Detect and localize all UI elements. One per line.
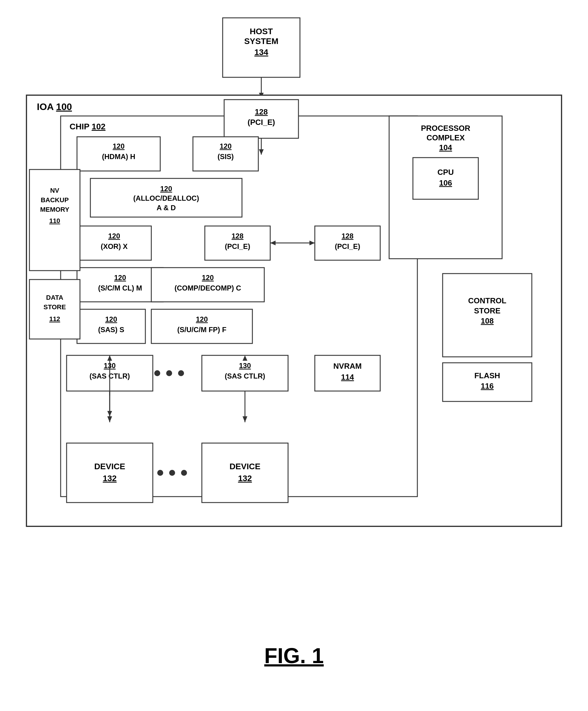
svg-rect-8 (61, 116, 417, 497)
svg-text:134: 134 (255, 48, 268, 57)
svg-marker-85 (107, 411, 112, 416)
svg-rect-97 (202, 443, 288, 502)
svg-text:128: 128 (232, 232, 243, 240)
svg-text:SYSTEM: SYSTEM (244, 37, 278, 46)
svg-rect-40 (151, 267, 264, 302)
svg-text:120: 120 (160, 185, 172, 193)
svg-text:NV: NV (50, 187, 60, 194)
diagram-area: HOST SYSTEM 134 IOA 100 CHIP 102 128 (PC… (18, 12, 570, 681)
svg-text:132: 132 (103, 474, 117, 483)
svg-point-56 (166, 370, 172, 376)
svg-text:(ALLOC/DEALLOC): (ALLOC/DEALLOC) (133, 194, 199, 202)
svg-rect-52 (202, 356, 288, 391)
svg-marker-92 (243, 416, 247, 422)
svg-text:130: 130 (104, 362, 116, 370)
svg-point-102 (181, 470, 187, 476)
svg-text:CONTROL: CONTROL (468, 296, 506, 305)
svg-text:DEVICE: DEVICE (94, 462, 125, 471)
svg-text:112: 112 (49, 315, 60, 323)
svg-rect-43 (77, 309, 145, 343)
svg-text:STORE: STORE (43, 303, 66, 311)
svg-text:120: 120 (196, 315, 208, 323)
svg-text:BACKUP: BACKUP (41, 196, 69, 204)
svg-text:114: 114 (341, 373, 354, 382)
svg-text:(HDMA) H: (HDMA) H (102, 153, 135, 160)
svg-rect-68 (443, 274, 532, 357)
svg-text:COMPLEX: COMPLEX (427, 133, 465, 142)
svg-text:STORE: STORE (474, 306, 500, 315)
page: HOST SYSTEM 134 IOA 100 CHIP 102 128 (PC… (0, 0, 588, 711)
svg-text:104: 104 (439, 143, 452, 152)
svg-text:128: 128 (342, 232, 353, 240)
svg-text:(XOR) X: (XOR) X (101, 242, 128, 251)
svg-marker-5 (259, 93, 264, 98)
svg-text:PROCESSOR: PROCESSOR (421, 124, 470, 133)
svg-marker-36 (309, 241, 315, 245)
svg-text:120: 120 (202, 274, 214, 282)
svg-marker-89 (107, 416, 112, 422)
svg-rect-25 (77, 226, 151, 260)
svg-text:FLASH: FLASH (475, 371, 500, 380)
svg-rect-15 (77, 137, 160, 171)
svg-text:108: 108 (481, 317, 494, 325)
svg-rect-61 (389, 116, 502, 259)
svg-rect-21 (90, 178, 242, 217)
svg-text:(SAS CTLR): (SAS CTLR) (89, 372, 130, 380)
svg-point-55 (154, 370, 160, 376)
svg-text:120: 120 (113, 142, 125, 150)
svg-text:DEVICE: DEVICE (230, 462, 260, 471)
svg-text:DATA: DATA (46, 294, 63, 301)
svg-text:116: 116 (481, 382, 494, 390)
svg-text:(SAS) S: (SAS) S (98, 326, 124, 333)
svg-rect-65 (413, 157, 478, 199)
svg-rect-6 (26, 95, 562, 526)
svg-marker-14 (259, 149, 264, 155)
svg-rect-0 (223, 18, 300, 77)
svg-rect-18 (193, 137, 258, 171)
svg-text:120: 120 (220, 142, 232, 150)
svg-text:MEMORY: MEMORY (40, 206, 69, 213)
svg-text:120: 120 (114, 274, 126, 282)
svg-text:CPU: CPU (438, 168, 454, 177)
svg-rect-10 (224, 100, 299, 138)
svg-rect-28 (205, 226, 270, 260)
svg-rect-75 (29, 170, 80, 271)
svg-text:(SAS CTLR): (SAS CTLR) (225, 372, 265, 380)
fig-label: FIG. 1 (264, 644, 324, 668)
svg-text:NVRAM: NVRAM (333, 362, 362, 370)
svg-text:IOA 100: IOA 100 (37, 101, 72, 112)
svg-text:106: 106 (439, 178, 452, 187)
svg-text:(S/U/C/M FP) F: (S/U/C/M FP) F (177, 326, 226, 333)
svg-text:CHIP 102: CHIP 102 (69, 122, 106, 131)
svg-rect-80 (29, 280, 80, 339)
svg-rect-49 (67, 356, 153, 391)
svg-rect-94 (67, 443, 153, 502)
svg-marker-35 (270, 241, 276, 245)
diagram-svg: HOST SYSTEM 134 IOA 100 CHIP 102 128 (PC… (18, 12, 570, 681)
svg-rect-46 (151, 309, 253, 343)
svg-point-100 (157, 470, 163, 476)
svg-text:(SIS): (SIS) (218, 153, 234, 160)
svg-text:(COMP/DECOMP) C: (COMP/DECOMP) C (174, 284, 241, 292)
svg-text:HOST: HOST (250, 27, 273, 36)
svg-rect-31 (315, 226, 380, 260)
svg-text:(PCI_E): (PCI_E) (335, 242, 360, 251)
svg-point-57 (178, 370, 184, 376)
svg-text:130: 130 (239, 362, 251, 370)
svg-text:120: 120 (105, 315, 117, 323)
svg-text:(S/C/M CL) M: (S/C/M CL) M (98, 284, 142, 292)
svg-marker-90 (107, 356, 112, 361)
svg-rect-72 (443, 363, 532, 402)
svg-rect-58 (315, 356, 380, 391)
svg-text:128: 128 (255, 107, 267, 116)
svg-text:120: 120 (108, 232, 120, 240)
svg-point-101 (169, 470, 175, 476)
svg-rect-37 (77, 267, 163, 302)
svg-text:A & D: A & D (157, 204, 176, 212)
svg-text:(PCI_E): (PCI_E) (225, 242, 250, 251)
svg-text:110: 110 (49, 217, 60, 224)
svg-marker-93 (243, 356, 247, 361)
svg-text:(PCI_E): (PCI_E) (248, 118, 275, 127)
svg-text:132: 132 (238, 474, 252, 483)
